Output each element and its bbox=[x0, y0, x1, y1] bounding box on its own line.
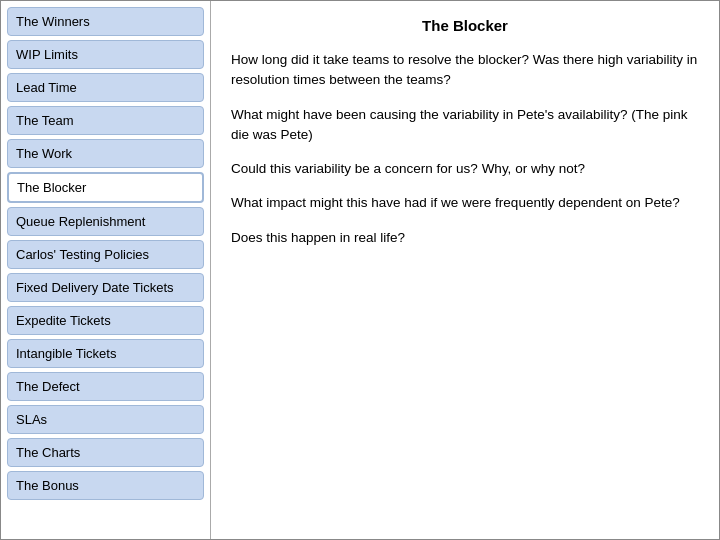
sidebar-item-the-bonus[interactable]: The Bonus bbox=[7, 471, 204, 500]
sidebar-item-the-team[interactable]: The Team bbox=[7, 106, 204, 135]
main-body: How long did it take teams to resolve th… bbox=[231, 50, 699, 248]
main-content: The Blocker How long did it take teams t… bbox=[211, 1, 719, 539]
main-title: The Blocker bbox=[231, 17, 699, 34]
paragraph-1: How long did it take teams to resolve th… bbox=[231, 50, 699, 91]
sidebar-item-the-charts[interactable]: The Charts bbox=[7, 438, 204, 467]
sidebar-item-the-defect[interactable]: The Defect bbox=[7, 372, 204, 401]
sidebar-item-the-blocker[interactable]: The Blocker bbox=[7, 172, 204, 203]
paragraph-3: Could this variability be a concern for … bbox=[231, 159, 699, 179]
sidebar-item-expedite-tickets[interactable]: Expedite Tickets bbox=[7, 306, 204, 335]
sidebar-item-fixed-delivery-date-tickets[interactable]: Fixed Delivery Date Tickets bbox=[7, 273, 204, 302]
sidebar-item-queue-replenishment[interactable]: Queue Replenishment bbox=[7, 207, 204, 236]
paragraph-5: Does this happen in real life? bbox=[231, 228, 699, 248]
paragraph-4: What impact might this have had if we we… bbox=[231, 193, 699, 213]
paragraph-2: What might have been causing the variabi… bbox=[231, 105, 699, 146]
sidebar-item-the-winners[interactable]: The Winners bbox=[7, 7, 204, 36]
sidebar: The WinnersWIP LimitsLead TimeThe TeamTh… bbox=[1, 1, 211, 539]
sidebar-item-carlos-testing-policies[interactable]: Carlos' Testing Policies bbox=[7, 240, 204, 269]
sidebar-item-slas[interactable]: SLAs bbox=[7, 405, 204, 434]
sidebar-item-wip-limits[interactable]: WIP Limits bbox=[7, 40, 204, 69]
sidebar-item-the-work[interactable]: The Work bbox=[7, 139, 204, 168]
sidebar-item-intangible-tickets[interactable]: Intangible Tickets bbox=[7, 339, 204, 368]
sidebar-item-lead-time[interactable]: Lead Time bbox=[7, 73, 204, 102]
